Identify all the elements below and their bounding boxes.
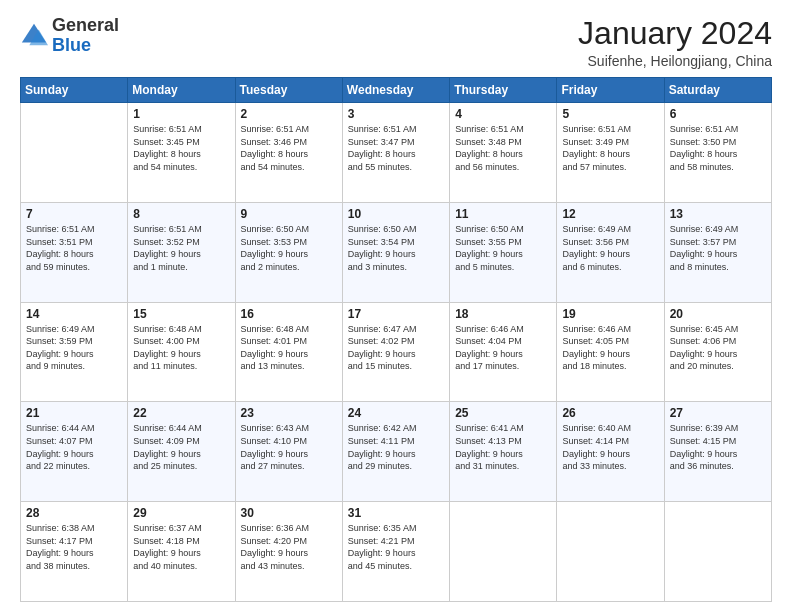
calendar-cell: 10Sunrise: 6:50 AM Sunset: 3:54 PM Dayli… [342, 202, 449, 302]
weekday-header-friday: Friday [557, 78, 664, 103]
day-info: Sunrise: 6:51 AM Sunset: 3:52 PM Dayligh… [133, 223, 229, 273]
day-info: Sunrise: 6:43 AM Sunset: 4:10 PM Dayligh… [241, 422, 337, 472]
day-number: 24 [348, 406, 444, 420]
calendar-week-2: 7Sunrise: 6:51 AM Sunset: 3:51 PM Daylig… [21, 202, 772, 302]
day-info: Sunrise: 6:51 AM Sunset: 3:47 PM Dayligh… [348, 123, 444, 173]
day-info: Sunrise: 6:51 AM Sunset: 3:50 PM Dayligh… [670, 123, 766, 173]
day-number: 9 [241, 207, 337, 221]
calendar-cell: 1Sunrise: 6:51 AM Sunset: 3:45 PM Daylig… [128, 103, 235, 203]
day-info: Sunrise: 6:51 AM Sunset: 3:46 PM Dayligh… [241, 123, 337, 173]
day-number: 10 [348, 207, 444, 221]
calendar-table: SundayMondayTuesdayWednesdayThursdayFrid… [20, 77, 772, 602]
calendar-cell: 16Sunrise: 6:48 AM Sunset: 4:01 PM Dayli… [235, 302, 342, 402]
day-number: 13 [670, 207, 766, 221]
calendar-week-4: 21Sunrise: 6:44 AM Sunset: 4:07 PM Dayli… [21, 402, 772, 502]
calendar-cell: 2Sunrise: 6:51 AM Sunset: 3:46 PM Daylig… [235, 103, 342, 203]
calendar-cell: 28Sunrise: 6:38 AM Sunset: 4:17 PM Dayli… [21, 502, 128, 602]
day-number: 17 [348, 307, 444, 321]
day-info: Sunrise: 6:48 AM Sunset: 4:00 PM Dayligh… [133, 323, 229, 373]
day-number: 23 [241, 406, 337, 420]
day-number: 1 [133, 107, 229, 121]
month-title: January 2024 [578, 16, 772, 51]
day-number: 5 [562, 107, 658, 121]
weekday-header-monday: Monday [128, 78, 235, 103]
day-number: 7 [26, 207, 122, 221]
calendar-cell: 6Sunrise: 6:51 AM Sunset: 3:50 PM Daylig… [664, 103, 771, 203]
day-info: Sunrise: 6:50 AM Sunset: 3:53 PM Dayligh… [241, 223, 337, 273]
day-number: 20 [670, 307, 766, 321]
weekday-header-tuesday: Tuesday [235, 78, 342, 103]
calendar-cell: 5Sunrise: 6:51 AM Sunset: 3:49 PM Daylig… [557, 103, 664, 203]
day-info: Sunrise: 6:36 AM Sunset: 4:20 PM Dayligh… [241, 522, 337, 572]
day-number: 21 [26, 406, 122, 420]
calendar-cell: 3Sunrise: 6:51 AM Sunset: 3:47 PM Daylig… [342, 103, 449, 203]
calendar-cell: 20Sunrise: 6:45 AM Sunset: 4:06 PM Dayli… [664, 302, 771, 402]
day-number: 15 [133, 307, 229, 321]
day-info: Sunrise: 6:49 AM Sunset: 3:57 PM Dayligh… [670, 223, 766, 273]
day-number: 18 [455, 307, 551, 321]
weekday-header-wednesday: Wednesday [342, 78, 449, 103]
calendar-cell: 17Sunrise: 6:47 AM Sunset: 4:02 PM Dayli… [342, 302, 449, 402]
weekday-header-sunday: Sunday [21, 78, 128, 103]
day-number: 22 [133, 406, 229, 420]
day-info: Sunrise: 6:39 AM Sunset: 4:15 PM Dayligh… [670, 422, 766, 472]
calendar-cell: 25Sunrise: 6:41 AM Sunset: 4:13 PM Dayli… [450, 402, 557, 502]
day-number: 28 [26, 506, 122, 520]
day-info: Sunrise: 6:38 AM Sunset: 4:17 PM Dayligh… [26, 522, 122, 572]
calendar-cell: 27Sunrise: 6:39 AM Sunset: 4:15 PM Dayli… [664, 402, 771, 502]
day-info: Sunrise: 6:51 AM Sunset: 3:45 PM Dayligh… [133, 123, 229, 173]
day-number: 6 [670, 107, 766, 121]
calendar-cell: 24Sunrise: 6:42 AM Sunset: 4:11 PM Dayli… [342, 402, 449, 502]
subtitle: Suifenhe, Heilongjiang, China [578, 53, 772, 69]
day-info: Sunrise: 6:47 AM Sunset: 4:02 PM Dayligh… [348, 323, 444, 373]
day-info: Sunrise: 6:42 AM Sunset: 4:11 PM Dayligh… [348, 422, 444, 472]
calendar-cell [21, 103, 128, 203]
calendar-week-3: 14Sunrise: 6:49 AM Sunset: 3:59 PM Dayli… [21, 302, 772, 402]
day-info: Sunrise: 6:46 AM Sunset: 4:04 PM Dayligh… [455, 323, 551, 373]
day-number: 29 [133, 506, 229, 520]
weekday-header-row: SundayMondayTuesdayWednesdayThursdayFrid… [21, 78, 772, 103]
calendar-cell: 22Sunrise: 6:44 AM Sunset: 4:09 PM Dayli… [128, 402, 235, 502]
logo: General Blue [20, 16, 119, 56]
title-block: January 2024 Suifenhe, Heilongjiang, Chi… [578, 16, 772, 69]
calendar-cell: 30Sunrise: 6:36 AM Sunset: 4:20 PM Dayli… [235, 502, 342, 602]
day-info: Sunrise: 6:49 AM Sunset: 3:59 PM Dayligh… [26, 323, 122, 373]
day-info: Sunrise: 6:44 AM Sunset: 4:07 PM Dayligh… [26, 422, 122, 472]
calendar-cell: 12Sunrise: 6:49 AM Sunset: 3:56 PM Dayli… [557, 202, 664, 302]
day-number: 19 [562, 307, 658, 321]
day-info: Sunrise: 6:49 AM Sunset: 3:56 PM Dayligh… [562, 223, 658, 273]
day-number: 12 [562, 207, 658, 221]
calendar-cell [664, 502, 771, 602]
weekday-header-thursday: Thursday [450, 78, 557, 103]
calendar-cell: 21Sunrise: 6:44 AM Sunset: 4:07 PM Dayli… [21, 402, 128, 502]
calendar-cell: 19Sunrise: 6:46 AM Sunset: 4:05 PM Dayli… [557, 302, 664, 402]
day-info: Sunrise: 6:46 AM Sunset: 4:05 PM Dayligh… [562, 323, 658, 373]
calendar-cell [450, 502, 557, 602]
calendar-cell: 13Sunrise: 6:49 AM Sunset: 3:57 PM Dayli… [664, 202, 771, 302]
calendar-week-5: 28Sunrise: 6:38 AM Sunset: 4:17 PM Dayli… [21, 502, 772, 602]
calendar-cell: 9Sunrise: 6:50 AM Sunset: 3:53 PM Daylig… [235, 202, 342, 302]
calendar-cell [557, 502, 664, 602]
calendar-cell: 26Sunrise: 6:40 AM Sunset: 4:14 PM Dayli… [557, 402, 664, 502]
day-number: 26 [562, 406, 658, 420]
day-number: 16 [241, 307, 337, 321]
calendar-week-1: 1Sunrise: 6:51 AM Sunset: 3:45 PM Daylig… [21, 103, 772, 203]
day-info: Sunrise: 6:40 AM Sunset: 4:14 PM Dayligh… [562, 422, 658, 472]
day-number: 31 [348, 506, 444, 520]
logo-text: General Blue [52, 16, 119, 56]
day-number: 25 [455, 406, 551, 420]
day-info: Sunrise: 6:51 AM Sunset: 3:51 PM Dayligh… [26, 223, 122, 273]
day-info: Sunrise: 6:44 AM Sunset: 4:09 PM Dayligh… [133, 422, 229, 472]
logo-general: General [52, 15, 119, 35]
day-info: Sunrise: 6:45 AM Sunset: 4:06 PM Dayligh… [670, 323, 766, 373]
day-info: Sunrise: 6:50 AM Sunset: 3:55 PM Dayligh… [455, 223, 551, 273]
page: General Blue January 2024 Suifenhe, Heil… [0, 0, 792, 612]
logo-blue: Blue [52, 35, 91, 55]
day-info: Sunrise: 6:41 AM Sunset: 4:13 PM Dayligh… [455, 422, 551, 472]
day-info: Sunrise: 6:50 AM Sunset: 3:54 PM Dayligh… [348, 223, 444, 273]
day-number: 3 [348, 107, 444, 121]
calendar-cell: 11Sunrise: 6:50 AM Sunset: 3:55 PM Dayli… [450, 202, 557, 302]
day-info: Sunrise: 6:48 AM Sunset: 4:01 PM Dayligh… [241, 323, 337, 373]
weekday-header-saturday: Saturday [664, 78, 771, 103]
calendar-cell: 23Sunrise: 6:43 AM Sunset: 4:10 PM Dayli… [235, 402, 342, 502]
